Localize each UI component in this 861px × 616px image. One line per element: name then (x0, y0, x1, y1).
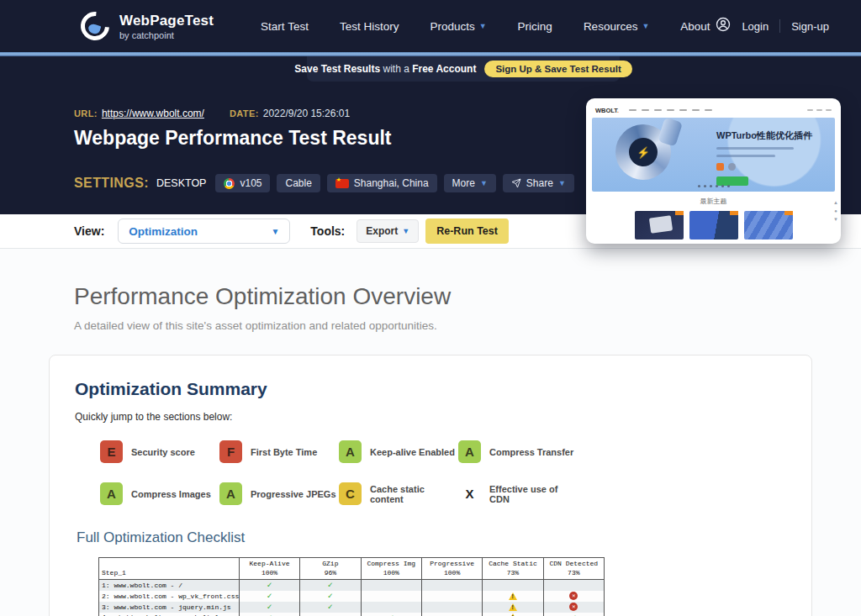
export-button[interactable]: Export ▼ (357, 219, 419, 243)
chevron-down-icon: ▼ (558, 179, 566, 187)
date-label: DATE: (230, 108, 259, 118)
grade-badge: A (458, 440, 481, 463)
webpagetest-logo[interactable]: WebPageTest by catchpoint (79, 10, 214, 42)
grade-badge: A (339, 440, 362, 463)
grade-badge: X (458, 482, 481, 505)
settings-pill-share[interactable]: Share▼ (503, 174, 574, 192)
grade-label: Compress Transfer (489, 447, 573, 457)
chevron-down-icon: ▼ (402, 227, 409, 235)
grade-label: Effective use of CDN (489, 484, 578, 504)
grade-badge: C (339, 482, 362, 505)
test-date: 2022/9/20 15:26:01 (263, 108, 350, 119)
brand-subtitle: by catchpoint (119, 30, 214, 40)
account-area: Login Sign-up (716, 17, 829, 35)
checklist-row: 2: www.wbolt.com - wp_vk_front.css✓✓✕ (99, 591, 605, 602)
checklist-cell (361, 591, 421, 602)
settings-pill-v105: v105 (215, 174, 270, 192)
grade-item-first-byte-time[interactable]: FFirst Byte Time (219, 440, 339, 463)
optimization-checklist-table: Step_1Keep-Alive100%GZip96%Compress Img1… (98, 557, 605, 616)
banner-mid: with a (380, 63, 412, 75)
grade-label: Cache static content (370, 484, 458, 504)
lightning-bolt-icon: ⚡ (629, 138, 658, 166)
divider (779, 19, 780, 33)
checklist-cell (483, 602, 543, 613)
save-results-banner: Save Test Results with a Free Account Si… (307, 56, 620, 82)
grade-item-compress-transfer[interactable]: ACompress Transfer (458, 440, 578, 463)
website-preview-thumbnail[interactable]: WBOLT. ⚡ WPTurbo性能优化插件 最新主题 ▲●▼ (586, 98, 841, 244)
checklist-title: Full Optimization Checklist (77, 529, 786, 546)
checklist-cell: ✓ (239, 591, 299, 602)
preview-section-title: 最新主题 (592, 197, 835, 206)
rerun-test-button[interactable]: Re-Run Test (425, 218, 509, 244)
grade-badge: A (100, 482, 123, 505)
grade-label: Progressive JPEGs (251, 489, 336, 499)
grade-item-compress-images[interactable]: ACompress Images (100, 482, 219, 505)
settings-pill-cable: Cable (277, 174, 320, 192)
view-label: View: (74, 224, 104, 238)
grade-item-progressive-jpegs[interactable]: AProgressive JPEGs (219, 482, 339, 505)
nav-item-test-history[interactable]: Test History (340, 20, 399, 33)
check-icon: ✓ (328, 592, 333, 601)
nav-item-about[interactable]: About (680, 20, 710, 33)
col-header-progressive: Progressive100% (421, 558, 482, 580)
checklist-cell: ✕ (543, 591, 604, 602)
checklist-cell (421, 580, 482, 591)
blue-divider-stripe (0, 52, 861, 56)
signup-save-button[interactable]: Sign Up & Save Test Result (484, 61, 631, 77)
settings-label: SETTINGS: (74, 176, 149, 191)
preview-hero-banner: ⚡ WPTurbo性能优化插件 (592, 118, 835, 192)
nav-item-start-test[interactable]: Start Test (261, 20, 309, 33)
settings-pill-more[interactable]: More▼ (444, 174, 496, 192)
nav-item-resources[interactable]: Resources▼ (584, 20, 649, 33)
grade-item-effective-use-of-cdn[interactable]: XEffective use of CDN (458, 482, 578, 505)
checklist-cell: ✕ (543, 602, 604, 613)
warning-icon (509, 592, 517, 600)
nav-item-products[interactable]: Products▼ (430, 20, 486, 33)
nav-item-pricing[interactable]: Pricing (518, 20, 552, 33)
preview-site-logo: WBOLT. (595, 107, 619, 114)
preview-menu-items (629, 109, 712, 112)
optimization-summary-card: Optimization Summary Quickly jump to the… (49, 355, 812, 616)
grade-label: Security score (131, 447, 195, 457)
check-icon: ✓ (267, 603, 272, 612)
preview-site-nav: WBOLT. (592, 103, 835, 118)
view-dropdown-value: Optimization (129, 225, 198, 238)
check-icon: ✓ (267, 581, 272, 590)
account-icon[interactable] (716, 17, 731, 35)
grade-badge: E (100, 440, 123, 463)
grade-label: Compress Images (131, 489, 211, 499)
check-icon: ✓ (267, 592, 272, 601)
checklist-cell (421, 602, 482, 613)
grade-item-cache-static-content[interactable]: CCache static content (339, 482, 458, 505)
checklist-cell: ✓ (239, 602, 299, 613)
check-icon: ✓ (328, 581, 333, 590)
brand-title: WebPageTest (119, 13, 214, 29)
checklist-cell (300, 613, 361, 616)
grades-grid: ESecurity scoreFFirst Byte TimeAKeep-ali… (100, 440, 786, 505)
overview-subtitle: A detailed view of this site's asset opt… (74, 319, 861, 332)
preview-article-thumbs (592, 211, 835, 240)
grade-item-keep-alive-enabled[interactable]: AKeep-alive Enabled (339, 440, 458, 463)
request-label: 4: static.wbolt.com - wbolt_logo.png (99, 613, 240, 616)
webpagetest-results-page: WebPageTest by catchpoint Start TestTest… (0, 0, 861, 616)
page-title: Webpage Performance Test Result (74, 127, 391, 150)
tested-url-link[interactable]: https://www.wbolt.com/ (102, 108, 204, 119)
tools-label: Tools: (310, 224, 345, 238)
settings-row: SETTINGS: DESKTOP v105CableShanghai, Chi… (74, 174, 574, 192)
request-label: 1: www.wbolt.com - / (99, 580, 240, 591)
signup-link[interactable]: Sign-up (791, 20, 829, 33)
checklist-cell (361, 602, 421, 613)
chrome-icon (224, 178, 235, 189)
checklist-cell (483, 613, 543, 616)
col-header-gzip: GZip96% (300, 558, 361, 580)
login-link[interactable]: Login (742, 20, 769, 33)
grade-label: Keep-alive Enabled (370, 447, 455, 457)
view-dropdown[interactable]: Optimization ▼ (118, 218, 290, 244)
url-label: URL: (74, 108, 98, 118)
settings-pills: v105CableShanghai, ChinaMore▼Share▼ (215, 174, 573, 192)
checklist-row: 4: static.wbolt.com - wbolt_logo.png✓✓✓ (99, 613, 605, 616)
col-header-step: Step_1 (99, 558, 240, 580)
grade-item-security-score[interactable]: ESecurity score (100, 440, 219, 463)
checklist-cell (361, 580, 421, 591)
settings-pill-shanghai-china: Shanghai, China (327, 174, 437, 192)
